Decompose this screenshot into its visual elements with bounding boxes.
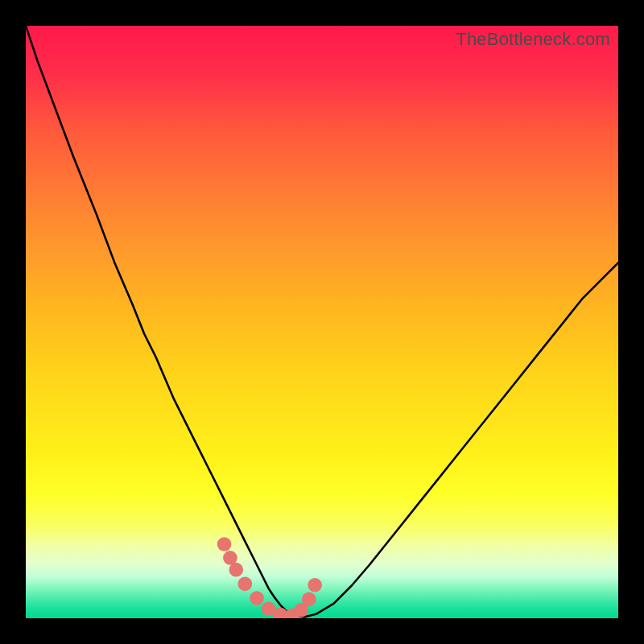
trough-marker xyxy=(302,592,316,607)
trough-marker xyxy=(229,563,243,577)
trough-marker xyxy=(308,578,322,592)
bottleneck-curve xyxy=(26,26,618,617)
trough-marker xyxy=(250,591,264,605)
curve-layer xyxy=(26,26,618,618)
chart-frame: TheBottleneck.com xyxy=(0,0,644,644)
plot-area: TheBottleneck.com xyxy=(26,26,618,618)
trough-marker xyxy=(237,576,252,591)
trough-marker xyxy=(217,537,232,551)
trough-marker-group xyxy=(217,537,322,618)
